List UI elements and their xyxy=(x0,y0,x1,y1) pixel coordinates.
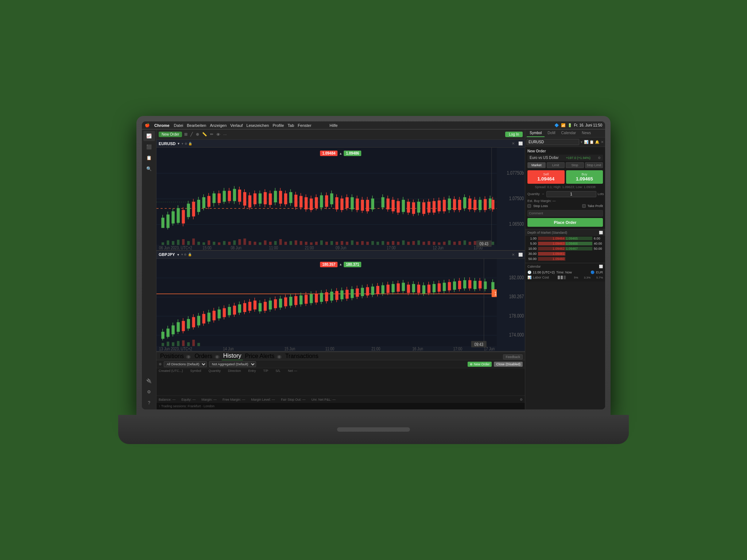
dom-bid-price-2[interactable]: 1.09463 xyxy=(538,242,565,245)
svg-rect-313 xyxy=(274,300,277,308)
toolbar-icon-pen[interactable]: ✏ xyxy=(209,132,214,137)
login-button[interactable]: Log In xyxy=(505,132,523,137)
app-name: Chrome xyxy=(154,123,170,128)
menu-tab[interactable]: Tab xyxy=(288,123,294,128)
calendar-expand[interactable]: ⬜ xyxy=(599,265,603,268)
tab-symbol[interactable]: Symbol xyxy=(527,129,545,137)
unr-pnl-label: Unr. Net P&L: — xyxy=(311,398,336,401)
eurusd-expand[interactable]: ⬜ xyxy=(518,141,523,145)
tab-transactions[interactable]: Transactions xyxy=(284,352,320,360)
limit-order-btn[interactable]: Limit xyxy=(547,162,565,168)
dom-ask-price-1[interactable]: 1.09465 xyxy=(565,237,593,240)
tab-history[interactable]: History xyxy=(222,352,243,361)
account-status-bar: Balance: — Equity: — Margin: — Free Marg… xyxy=(156,396,525,403)
market-order-btn[interactable]: Market xyxy=(527,162,546,168)
menu-datei[interactable]: Datei xyxy=(174,123,183,128)
tab-positions[interactable]: Positions 0 xyxy=(159,352,192,360)
feedback-button[interactable]: Feedback xyxy=(503,354,523,359)
symbol-close-icon[interactable]: ✕ xyxy=(601,140,604,144)
buy-sell-row: Sell 1.09464 Buy 1.09465 xyxy=(527,170,603,184)
svg-rect-289 xyxy=(484,282,487,289)
svg-rect-275 xyxy=(412,284,415,292)
eurusd-chart-close[interactable]: ✕ xyxy=(512,141,515,145)
menu-fenster[interactable]: Fenster xyxy=(298,123,311,128)
dom-bid-qty-3: 10.00 xyxy=(525,247,538,250)
sidebar-search-icon[interactable]: 🔍 xyxy=(143,164,155,174)
take-profit-checkbox[interactable] xyxy=(582,204,586,208)
dom-ask-price-3[interactable]: 1.09467 xyxy=(565,247,593,250)
menu-bearbeiten[interactable]: Bearbeiten xyxy=(187,123,206,128)
instrument-more-icon[interactable]: ⚙ xyxy=(598,156,601,160)
dom-header: Depth of Market (Standard) ⬜ xyxy=(525,229,605,236)
place-order-button[interactable]: Place Order xyxy=(527,218,603,227)
sell-button[interactable]: Sell 1.09464 xyxy=(527,170,565,184)
toolbar-icon-eye[interactable]: 👁 xyxy=(216,132,221,137)
eurusd-symbol[interactable]: EURUSD xyxy=(159,141,175,146)
laptop-base xyxy=(118,415,629,444)
dom-bid-price-4[interactable]: 1.09461 xyxy=(538,252,565,256)
dom-expand-icon[interactable]: ⬜ xyxy=(599,231,603,234)
toolbar-icon-more[interactable]: ··· xyxy=(222,132,227,137)
menu-verlauf[interactable]: Verlauf xyxy=(230,123,243,128)
stop-order-btn[interactable]: Stop xyxy=(566,162,584,168)
tab-orders[interactable]: Orders 0 xyxy=(193,352,221,360)
sidebar-book-icon[interactable]: 📋 xyxy=(143,153,155,163)
eurusd-timeframe[interactable]: ▾ xyxy=(178,141,179,145)
toolbar-icon-crosshair[interactable]: ⊕ xyxy=(195,132,200,137)
svg-text:1.07500: 1.07500 xyxy=(509,196,524,201)
menu-anzeigen[interactable]: Anzeigen xyxy=(210,123,227,128)
equity-label: Equity: — xyxy=(182,398,196,401)
stop-loss-checkbox[interactable] xyxy=(527,204,531,208)
svg-rect-27 xyxy=(274,191,277,202)
datetime: Fr. 16. Juni 11:50 xyxy=(574,123,602,127)
sidebar-settings-icon[interactable]: ⚙ xyxy=(143,387,155,397)
symbol-search-input[interactable] xyxy=(527,139,579,145)
tab-price-alerts[interactable]: Price Alerts 0 xyxy=(244,352,283,360)
toolbar-icon-line[interactable]: ╱ xyxy=(190,132,194,137)
tab-calendar[interactable]: Calendar xyxy=(558,129,579,137)
new-order-toolbar-button[interactable]: New Order xyxy=(159,132,182,137)
apple-logo[interactable]: 🍎 xyxy=(145,123,150,128)
tab-news[interactable]: News xyxy=(579,129,594,137)
new-order-bottom-button[interactable]: ⊕ New Order xyxy=(468,362,492,367)
direction-filter[interactable]: All Directions (Default) xyxy=(164,361,207,367)
gbpjpy-symbol[interactable]: GBPJPY xyxy=(159,252,175,257)
aggregation-filter[interactable]: Not Aggregated (Default) xyxy=(209,361,256,367)
qty-minus[interactable]: － xyxy=(541,191,545,197)
symbol-dropdown-icon[interactable]: ▾ xyxy=(581,140,582,144)
dom-bid-price-3[interactable]: 1.09462 xyxy=(538,247,565,250)
menu-lesezeichen[interactable]: Lesezeichen xyxy=(247,123,269,128)
cal-toggle[interactable]: 🔵 xyxy=(591,271,595,274)
gbpjpy-chart-close[interactable]: ✕ xyxy=(512,253,515,257)
comment-input[interactable] xyxy=(527,210,603,217)
stop-limit-order-btn[interactable]: Stop Limit xyxy=(585,162,603,168)
menu-profile[interactable]: Profile xyxy=(272,123,284,128)
toolbar-icon-grid[interactable]: ⊞ xyxy=(183,132,188,137)
sidebar-help-icon[interactable]: ? xyxy=(143,398,155,408)
status-settings-icon[interactable]: ⚙ xyxy=(520,398,523,401)
quantity-input[interactable] xyxy=(546,191,596,197)
buy-button[interactable]: Buy 1.09465 xyxy=(566,170,603,184)
menu-hilfe[interactable]: Hilfe xyxy=(330,123,338,128)
svg-text:1.07750b: 1.07750b xyxy=(507,170,524,176)
dom-ask-qty-1: 6.00 xyxy=(592,237,605,240)
take-profit-label: Take Profit xyxy=(587,204,603,208)
gbpjpy-timeframe[interactable]: ▾ xyxy=(177,253,179,257)
svg-rect-101 xyxy=(366,200,369,211)
svg-rect-297 xyxy=(202,314,205,323)
dom-ask-price-2[interactable]: 1.09466 xyxy=(565,242,593,245)
dom-bid-price-5[interactable]: 1.09460 xyxy=(538,257,565,261)
dom-bid-qty-1: 1.00 xyxy=(525,237,538,240)
col-tp: T/P xyxy=(263,369,268,373)
dom-bid-price-1[interactable]: 1.09464 xyxy=(538,237,565,240)
toolbar-icon-ruler[interactable]: 📏 xyxy=(201,132,208,137)
sidebar-plugin-icon[interactable]: 🔌 xyxy=(143,376,155,386)
tab-dom[interactable]: DoM xyxy=(545,129,558,137)
sidebar-terminal-icon[interactable]: ⬛ xyxy=(143,142,155,152)
sidebar-charts-icon[interactable]: 📈 xyxy=(143,131,155,141)
calendar-title: Calendar xyxy=(527,265,541,268)
svg-text:12 Jun: 12 Jun xyxy=(433,245,444,250)
gbpjpy-expand[interactable]: ⬜ xyxy=(518,253,523,257)
svg-rect-333 xyxy=(376,286,379,294)
col-entry: Entry xyxy=(248,369,256,373)
